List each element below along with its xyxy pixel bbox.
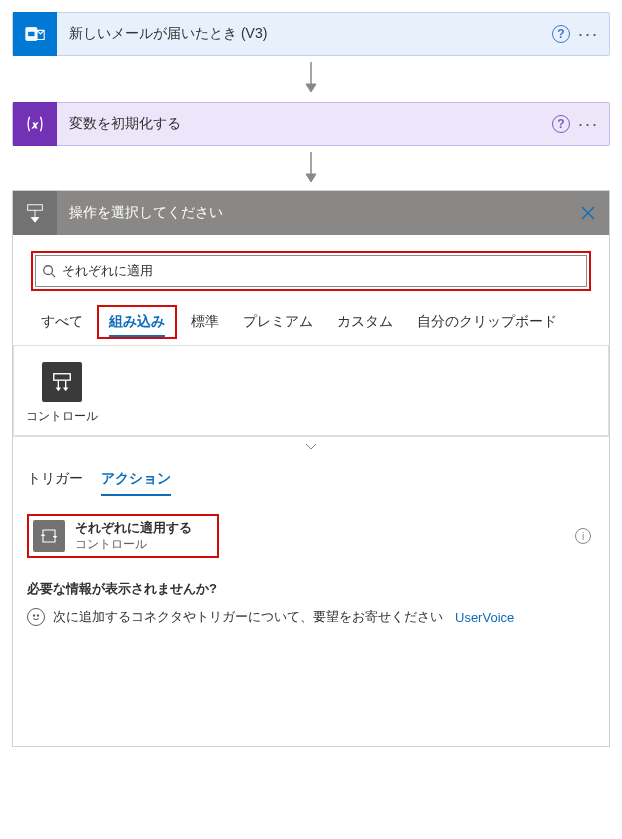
- close-button[interactable]: [567, 192, 609, 234]
- outlook-icon: [13, 12, 57, 56]
- variable-icon: x: [13, 102, 57, 146]
- search-input[interactable]: それぞれに適用: [35, 255, 587, 287]
- action-highlight: それぞれに適用する コントロール: [27, 514, 219, 558]
- connector-control-label: コントロール: [26, 408, 98, 425]
- action-apply-to-each[interactable]: それぞれに適用する コントロール: [33, 520, 213, 552]
- help-icon[interactable]: ?: [552, 25, 570, 43]
- svg-rect-1: [28, 31, 35, 37]
- tab-all[interactable]: すべて: [31, 307, 93, 337]
- subtab-triggers[interactable]: トリガー: [27, 470, 83, 496]
- subtab-actions[interactable]: アクション: [101, 470, 171, 496]
- more-icon[interactable]: ···: [578, 114, 599, 135]
- tab-standard[interactable]: 標準: [181, 307, 229, 337]
- collapse-toggle[interactable]: [13, 436, 609, 454]
- arrow-down-icon: [12, 146, 610, 190]
- svg-line-13: [52, 274, 56, 278]
- svg-point-12: [44, 266, 53, 275]
- control-icon: [42, 362, 82, 402]
- trigger-step-card[interactable]: 新しいメールが届いたとき (V3) ? ···: [12, 12, 610, 56]
- svg-marker-6: [306, 174, 316, 182]
- tab-premium[interactable]: プレミアム: [233, 307, 323, 337]
- svg-point-22: [37, 615, 38, 616]
- svg-rect-7: [28, 205, 43, 211]
- search-value: それぞれに適用: [62, 262, 153, 280]
- tab-builtin[interactable]: 組み込み: [97, 305, 177, 339]
- uservoice-link[interactable]: UserVoice: [455, 610, 514, 625]
- missing-info-title: 必要な情報が表示されませんか?: [27, 580, 595, 598]
- trigger-step-title: 新しいメールが届いたとき (V3): [57, 25, 552, 43]
- init-variable-step-title: 変数を初期化する: [57, 115, 552, 133]
- svg-marker-18: [63, 388, 68, 392]
- loop-icon: [33, 520, 65, 552]
- svg-marker-19: [53, 536, 58, 539]
- svg-marker-20: [41, 533, 46, 536]
- smile-icon: [27, 608, 45, 626]
- action-subtitle: コントロール: [75, 537, 192, 553]
- chooser-title: 操作を選択してください: [57, 204, 567, 222]
- more-icon[interactable]: ···: [578, 24, 599, 45]
- chooser-header: 操作を選択してください: [13, 191, 609, 235]
- search-highlight: それぞれに適用: [31, 251, 591, 291]
- connector-control[interactable]: コントロール: [28, 362, 96, 425]
- search-icon: [42, 264, 56, 278]
- action-title: それぞれに適用する: [75, 520, 192, 537]
- connector-grid: コントロール: [13, 345, 609, 436]
- info-icon[interactable]: i: [575, 528, 591, 544]
- init-variable-step-card[interactable]: x 変数を初期化する ? ···: [12, 102, 610, 146]
- svg-marker-9: [31, 218, 38, 223]
- svg-point-21: [33, 615, 34, 616]
- trigger-action-tabs: トリガー アクション: [13, 454, 609, 496]
- svg-rect-14: [54, 374, 71, 380]
- action-chooser-panel: 操作を選択してください それぞれに適用 すべて 組み込み 標準 プレミアム カス…: [12, 190, 610, 747]
- action-list: それぞれに適用する コントロール i: [13, 496, 609, 576]
- feedback-area: 必要な情報が表示されませんか? 次に追加するコネクタやトリガーについて、要望をお…: [13, 576, 609, 746]
- svg-text:x: x: [32, 120, 38, 130]
- arrow-down-icon: [12, 56, 610, 102]
- chooser-icon: [13, 191, 57, 235]
- tab-clipboard[interactable]: 自分のクリップボード: [407, 307, 567, 337]
- feedback-text: 次に追加するコネクタやトリガーについて、要望をお寄せください: [53, 608, 443, 626]
- svg-marker-17: [56, 388, 62, 392]
- help-icon[interactable]: ?: [552, 115, 570, 133]
- category-tabs: すべて 組み込み 標準 プレミアム カスタム 自分のクリップボード: [31, 305, 591, 339]
- tab-custom[interactable]: カスタム: [327, 307, 403, 337]
- svg-marker-3: [306, 84, 316, 92]
